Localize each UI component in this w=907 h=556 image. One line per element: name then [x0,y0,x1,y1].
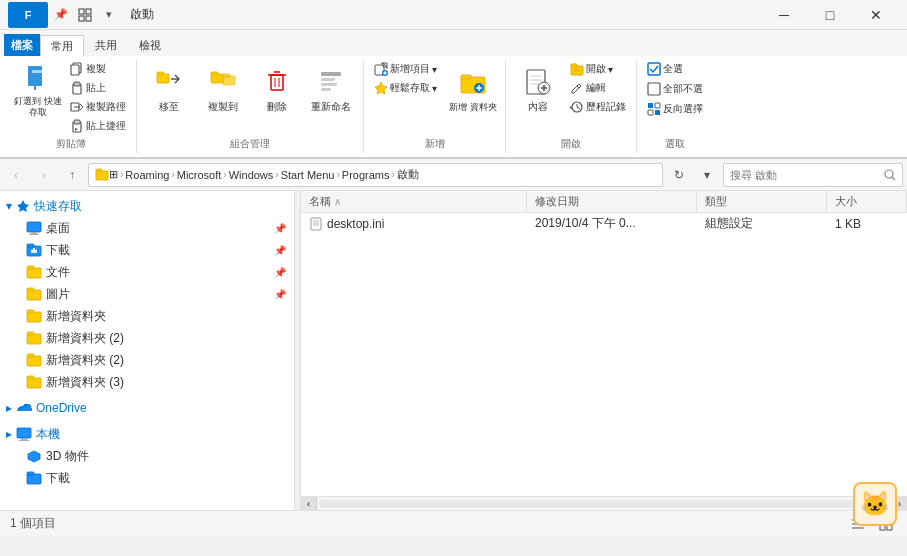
sidebar-quick-access-header[interactable]: ▾ 快速存取 [0,195,294,217]
tab-share[interactable]: 共用 [84,34,128,56]
status-count: 1 個項目 [10,515,56,532]
svg-rect-57 [648,63,660,75]
svg-rect-84 [27,376,34,379]
new-folder-button[interactable]: 新增 資料夾 [447,60,499,120]
svg-rect-10 [74,82,80,86]
up-button[interactable]: ↑ [60,163,84,187]
svg-rect-79 [27,334,41,344]
sidebar-item-documents[interactable]: 文件 📌 [0,261,294,283]
svg-rect-16 [74,120,80,124]
search-box[interactable] [723,163,903,187]
new-group-label: 新增 [425,135,445,153]
easy-access-button[interactable]: 輕鬆存取▾ [370,79,441,97]
move-to-button[interactable]: 移至 [143,60,195,120]
sidebar-item-download[interactable]: 下載 📌 [0,239,294,261]
ribbon: 檔案 常用 共用 檢視 [0,30,907,159]
folder-icon [26,375,42,389]
qat-pin-button[interactable]: 📌 [50,4,72,26]
file-menu-button[interactable]: F [8,2,48,28]
svg-rect-77 [27,312,41,322]
sidebar-item-folder2[interactable]: 新增資料夾 (2) [0,327,294,349]
svg-rect-8 [71,65,79,75]
svg-rect-88 [27,474,41,484]
pin-quick-access-button[interactable]: 釘選到 快速存取 [12,60,64,120]
svg-line-13 [80,104,83,107]
sidebar-item-3d-objects[interactable]: 3D 物件 [0,445,294,467]
paste-shortcut-button[interactable]: 貼上捷徑 [66,117,130,135]
svg-rect-71 [27,244,34,247]
close-button[interactable]: ✕ [853,0,899,30]
sidebar-this-pc-header[interactable]: ▸ 本機 [0,423,294,445]
qat-num1-button[interactable] [74,4,96,26]
scroll-left-button[interactable]: ‹ [301,497,317,511]
tab-view[interactable]: 檢視 [128,34,172,56]
horizontal-scrollbar[interactable]: ‹ › [301,496,907,510]
file-tab-button[interactable]: 檔案 [4,34,40,56]
3d-objects-icon [26,449,42,463]
svg-rect-20 [211,72,218,75]
refresh-button[interactable]: ↻ [667,163,691,187]
minimize-button[interactable]: ─ [761,0,807,30]
svg-rect-75 [27,290,41,300]
new-item-button[interactable]: 新增項目▾ [370,60,441,78]
search-icon [884,169,896,181]
column-header-type[interactable]: 類型 [697,191,827,212]
tab-home[interactable]: 常用 [40,35,84,57]
svg-rect-28 [321,72,341,76]
sidebar-item-pictures[interactable]: 圖片 📌 [0,283,294,305]
history-button[interactable]: 歷程記錄 [566,98,630,116]
svg-rect-85 [17,428,31,438]
sidebar-item-folder1[interactable]: 新增資料夾 [0,305,294,327]
file-list: desktop.ini 2019/10/4 下午 0... 組態設定 1 KB [301,213,907,496]
sidebar-item-this-pc-download[interactable]: 下載 [0,467,294,489]
paste-button[interactable]: 貼上 [66,79,130,97]
status-bar: 1 個項目 [0,510,907,536]
svg-rect-54 [571,64,577,67]
sidebar-item-desktop[interactable]: 桌面 📌 [0,217,294,239]
svg-rect-22 [223,74,230,77]
sidebar-onedrive-header[interactable]: ▸ OneDrive [0,397,294,419]
svg-rect-31 [321,88,331,91]
svg-rect-67 [27,222,41,232]
qat-num2-button[interactable]: ▾ [98,4,120,26]
forward-button[interactable]: › [32,163,56,187]
copy-path-button[interactable]: 複製路徑 [66,98,130,116]
edit-button[interactable]: 編輯 [566,79,630,97]
back-button[interactable]: ‹ [4,163,28,187]
maximize-button[interactable]: □ [807,0,853,30]
svg-rect-29 [321,78,335,81]
copy-button[interactable]: 複製 [66,60,130,78]
path-down-button[interactable]: ▾ [695,163,719,187]
quick-access-icon [16,199,30,213]
svg-rect-69 [29,234,39,235]
svg-rect-80 [27,332,34,335]
select-group-label: 選取 [665,135,685,153]
search-input[interactable] [730,169,880,181]
invert-selection-button[interactable]: 反向選擇 [643,100,707,118]
copy-to-button[interactable]: 複製到 [197,60,249,120]
sidebar-item-folder3[interactable]: 新增資料夾 (2) [0,349,294,371]
svg-rect-83 [27,378,41,388]
file-row-desktop-ini[interactable]: desktop.ini 2019/10/4 下午 0... 組態設定 1 KB [301,213,907,235]
properties-button[interactable]: 內容 [512,60,564,120]
sidebar-item-folder4[interactable]: 新增資料夾 (3) [0,371,294,393]
window-title: 啟動 [130,6,154,23]
svg-line-66 [892,177,895,180]
address-bar: ‹ › ↑ ⊞ › Roaming › Microsoft › Windows … [0,159,907,191]
rename-button[interactable]: 重新命名 [305,60,357,120]
open-button[interactable]: 開啟▾ [566,60,630,78]
ribbon-group-select: 全選 全部不選 反向選擇 [637,60,713,153]
column-header-name[interactable]: 名稱 ∧ [301,191,527,212]
svg-rect-86 [21,438,27,440]
select-all-button[interactable]: 全選 [643,60,687,78]
svg-rect-23 [271,75,283,90]
download-folder-icon [26,243,42,257]
address-path[interactable]: ⊞ › Roaming › Microsoft › Windows › Star… [88,163,663,187]
column-header-size[interactable]: 大小 [827,191,907,212]
column-header-date[interactable]: 修改日期 [527,191,697,212]
select-none-button[interactable]: 全部不選 [643,80,707,98]
delete-button[interactable]: 刪除 [251,60,303,120]
organize-group-label: 組合管理 [230,135,270,153]
svg-rect-59 [648,103,653,108]
delete-icon [261,66,293,98]
